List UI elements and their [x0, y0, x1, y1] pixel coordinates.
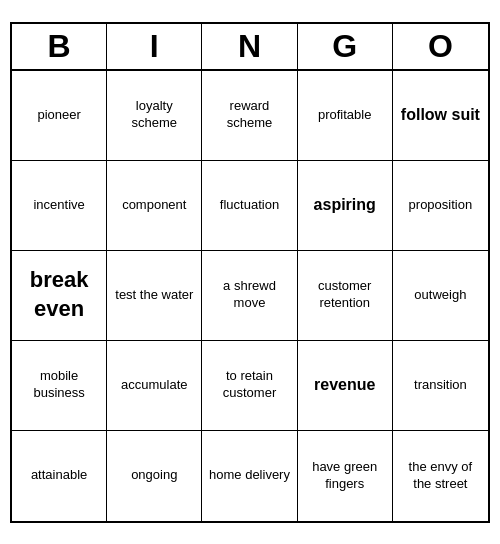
bingo-cell[interactable]: pioneer	[12, 71, 107, 161]
bingo-cell[interactable]: a shrewd move	[202, 251, 297, 341]
bingo-cell[interactable]: follow suit	[393, 71, 488, 161]
bingo-cell[interactable]: have green fingers	[298, 431, 393, 521]
header-letter: G	[298, 24, 393, 69]
bingo-cell[interactable]: customer retention	[298, 251, 393, 341]
bingo-cell[interactable]: test the water	[107, 251, 202, 341]
header-letter: N	[202, 24, 297, 69]
bingo-cell[interactable]: aspiring	[298, 161, 393, 251]
bingo-cell[interactable]: revenue	[298, 341, 393, 431]
bingo-cell[interactable]: attainable	[12, 431, 107, 521]
bingo-cell[interactable]: component	[107, 161, 202, 251]
bingo-header: BINGO	[12, 24, 488, 71]
header-letter: B	[12, 24, 107, 69]
bingo-cell[interactable]: fluctuation	[202, 161, 297, 251]
bingo-cell[interactable]: reward scheme	[202, 71, 297, 161]
bingo-cell[interactable]: break even	[12, 251, 107, 341]
bingo-cell[interactable]: outweigh	[393, 251, 488, 341]
bingo-cell[interactable]: accumulate	[107, 341, 202, 431]
bingo-cell[interactable]: profitable	[298, 71, 393, 161]
header-letter: I	[107, 24, 202, 69]
bingo-cell[interactable]: the envy of the street	[393, 431, 488, 521]
bingo-grid: pioneerloyalty schemereward schemeprofit…	[12, 71, 488, 521]
bingo-card: BINGO pioneerloyalty schemereward scheme…	[10, 22, 490, 523]
bingo-cell[interactable]: loyalty scheme	[107, 71, 202, 161]
bingo-cell[interactable]: mobile business	[12, 341, 107, 431]
bingo-cell[interactable]: incentive	[12, 161, 107, 251]
bingo-cell[interactable]: ongoing	[107, 431, 202, 521]
bingo-cell[interactable]: to retain customer	[202, 341, 297, 431]
bingo-cell[interactable]: proposition	[393, 161, 488, 251]
bingo-cell[interactable]: home delivery	[202, 431, 297, 521]
header-letter: O	[393, 24, 488, 69]
bingo-cell[interactable]: transition	[393, 341, 488, 431]
